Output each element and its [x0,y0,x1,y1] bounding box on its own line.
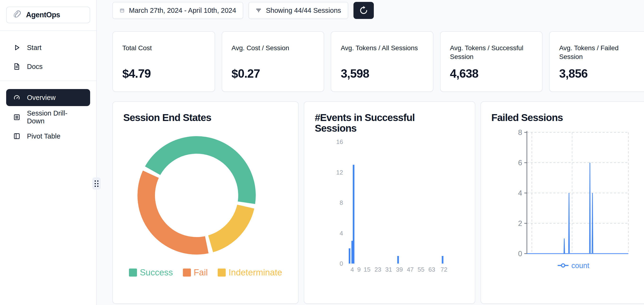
legend-swatch [129,268,137,276]
refresh-button[interactable] [354,2,374,19]
topbar: March 27th, 2024 - April 10th, 2024 Show… [112,2,644,19]
stat-card-avg-cost: Avg. Cost / Session $0.27 [222,31,324,92]
chart-title: Session End States [123,112,288,123]
svg-text:39: 39 [396,266,403,273]
sessions-filter[interactable]: Showing 44/44 Sessions [248,2,348,19]
stat-label: Avg. Tokens / All Sessions [331,32,433,52]
sessions-filter-label: Showing 44/44 Sessions [266,7,341,15]
legend-item: Indeterminate [218,267,282,277]
sidebar: AgentOps Start Docs [0,0,97,305]
svg-text:4: 4 [340,229,343,236]
sidebar-item-label: Pivot Table [27,132,60,140]
chart-title: #Events in Successful Sessions [315,112,438,134]
sidebar-nav-secondary: Overview Session Drill-Down Pivot Table [0,81,96,144]
legend-item: Fail [183,267,208,277]
sidebar-item-label: Overview [27,94,56,102]
failed-sessions-chart: 02468count [492,125,643,273]
stat-label: Avg. Tokens / Successful Session [440,32,542,61]
svg-text:count: count [571,261,589,270]
legend-swatch [218,268,226,276]
svg-text:16: 16 [336,138,343,145]
svg-text:9: 9 [358,266,361,273]
document-icon [13,63,21,71]
svg-text:8: 8 [518,128,522,137]
list-document-icon [13,113,21,121]
app-name: AgentOps [26,11,60,19]
svg-text:0: 0 [518,250,522,258]
filter-lines-icon [256,7,262,14]
donut-legend: SuccessFailIndeterminate [123,267,288,277]
svg-text:31: 31 [386,266,392,273]
session-end-states-card: Session End States SuccessFailIndetermin… [112,101,298,304]
calendar-icon [120,8,125,13]
stat-label: Avg. Cost / Session [222,32,324,52]
svg-text:55: 55 [418,266,425,273]
donut-wrap [123,127,288,264]
main-content: March 27th, 2024 - April 10th, 2024 Show… [97,0,644,305]
sidebar-item-label: Session Drill-Down [27,109,84,125]
svg-text:12: 12 [336,169,343,176]
svg-text:2: 2 [518,219,522,228]
failed-sessions-card: Failed Sessions 02468count [480,101,644,304]
svg-text:4: 4 [518,189,522,197]
svg-text:15: 15 [364,266,371,273]
svg-text:47: 47 [407,266,414,273]
svg-text:6: 6 [518,159,522,167]
paperclip-icon [12,10,22,20]
events-histogram: 0481216491523313947556372 [315,137,466,279]
legend-label: Fail [194,267,208,277]
stat-card-total-cost: Total Cost $4.79 [112,31,215,92]
sidebar-item-session-drill-down[interactable]: Session Drill-Down [6,109,90,125]
refresh-icon [359,6,368,16]
stat-cards-row: Total Cost $4.79 Avg. Cost / Session $0.… [112,31,644,92]
sidebar-item-label: Start [27,44,42,52]
gauge-icon [13,94,21,102]
sidebar-item-pivot-table[interactable]: Pivot Table [6,128,90,144]
legend-label: Indeterminate [228,267,282,277]
session-end-states-donut [123,127,284,263]
svg-text:0: 0 [340,260,343,267]
svg-text:72: 72 [440,266,448,273]
stat-value: 3,598 [341,67,369,81]
stat-value: $0.27 [232,67,260,81]
app-logo[interactable]: AgentOps [6,7,90,23]
stat-card-avg-tokens-failed: Avg. Tokens / Failed Session 3,856 [549,31,644,92]
drag-handle-icon[interactable] [92,177,101,190]
stat-label: Avg. Tokens / Failed Session [550,32,644,61]
chart-title: Failed Sessions [492,112,641,123]
events-histogram-card: #Events in Successful Sessions 048121649… [304,101,475,304]
sidebar-item-label: Docs [27,63,42,71]
stat-label: Total Cost [113,32,214,52]
svg-text:23: 23 [374,266,382,273]
stat-value: $4.79 [122,67,151,81]
svg-text:4: 4 [351,266,354,273]
play-icon [13,44,21,52]
sidebar-item-docs[interactable]: Docs [6,59,90,74]
stat-card-avg-tokens-all: Avg. Tokens / All Sessions 3,598 [331,31,434,92]
legend-swatch [183,268,191,276]
date-range-picker[interactable]: March 27th, 2024 - April 10th, 2024 [112,2,243,19]
sidebar-nav-primary: Start Docs [0,31,96,74]
legend-label: Success [140,267,173,277]
stat-card-avg-tokens-successful: Avg. Tokens / Successful Session 4,638 [440,31,543,92]
sidebar-item-overview[interactable]: Overview [6,89,90,106]
stat-value: 4,638 [450,67,478,81]
sidebar-item-start[interactable]: Start [6,40,90,55]
charts-row: Session End States SuccessFailIndetermin… [112,101,644,304]
legend-item: Success [129,267,173,277]
svg-text:63: 63 [428,266,435,273]
svg-text:8: 8 [340,199,343,206]
stat-value: 3,856 [559,67,588,81]
panel-left-icon [13,132,21,140]
date-range-label: March 27th, 2024 - April 10th, 2024 [129,7,236,15]
